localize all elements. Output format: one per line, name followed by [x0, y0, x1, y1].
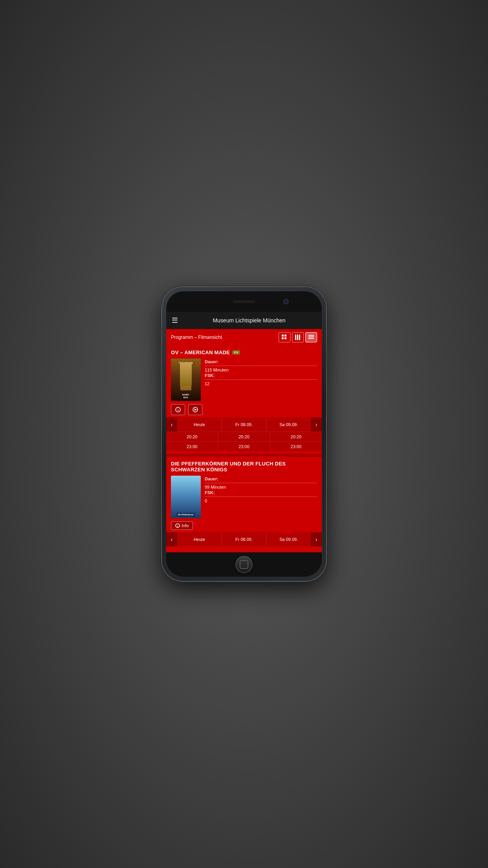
toolbar: Programm – Filmansicht	[166, 329, 322, 346]
movie-title: DIE PFEFFERKÖRNER UND DER FLUCH DES SCHW…	[171, 461, 317, 473]
list-view-button[interactable]	[305, 332, 317, 342]
app-title: Museum Lichtspiele München	[182, 317, 316, 324]
fsk-value: 12	[205, 381, 317, 386]
movie-actions: i Info	[171, 521, 317, 530]
schedule-day-2: Fr 08.09.	[222, 418, 266, 431]
schedule-prev-button[interactable]: ‹	[166, 417, 177, 432]
time-cell[interactable]: 23:00	[270, 441, 322, 451]
schedule-day-3: Sa 09.09.	[266, 418, 311, 431]
app-screen: ☰ Museum Lichtspiele München Programm – …	[166, 312, 322, 552]
menu-icon[interactable]: ☰	[172, 316, 178, 325]
schedule-header: ‹ Heute Fr 08.09. Sa 09.09. ›	[166, 417, 322, 432]
schedule-day-3: Sa 09.09.	[266, 533, 311, 546]
schedule-next-button[interactable]: ›	[311, 417, 322, 432]
svg-rect-1	[284, 335, 286, 337]
movie-poster: Die Pfefferkörner	[171, 476, 201, 518]
time-cell[interactable]: 20:20	[270, 432, 322, 441]
time-cell[interactable]: 23:00	[166, 441, 218, 451]
home-button[interactable]	[235, 556, 253, 573]
svg-rect-9	[308, 338, 314, 339]
info-button[interactable]: i Info	[171, 521, 193, 530]
duration-value: 115 Minuten	[205, 368, 317, 372]
schedule-table: ‹ Heute Fr 08.09. Sa 09.09. › 20:20 20:2…	[166, 417, 322, 451]
fsk-label: FSK:	[205, 373, 317, 378]
phone-device: ☰ Museum Lichtspiele München Programm – …	[161, 287, 327, 581]
schedule-header: ‹ Heute Fr 08.09. Sa 09.09. ›	[166, 532, 322, 546]
duration-label: Dauer:	[205, 359, 317, 364]
power-button[interactable]	[327, 346, 328, 369]
schedule-prev-button[interactable]: ‹	[166, 532, 177, 546]
info-button[interactable]: i	[171, 404, 185, 415]
schedule-days: Heute Fr 08.09. Sa 09.09.	[177, 418, 311, 431]
duration-value: 99 Minuten	[205, 485, 317, 489]
bottom-spacer	[166, 549, 322, 552]
duration-label: Dauer:	[205, 476, 317, 481]
schedule-day-2: Fr 08.09.	[222, 533, 266, 546]
time-cell[interactable]: 20:20	[166, 432, 218, 441]
time-cell[interactable]: 20:20	[218, 432, 270, 441]
svg-rect-3	[284, 337, 286, 339]
schedule-next-button[interactable]: ›	[311, 532, 322, 546]
schedule-days: Heute Fr 08.09. Sa 09.09.	[177, 533, 311, 546]
svg-text:i: i	[178, 408, 178, 412]
svg-rect-4	[295, 335, 296, 340]
divider	[205, 483, 317, 483]
schedule-times-row-2: 23:00 23:00 23:00	[166, 441, 322, 451]
column-view-button[interactable]	[292, 332, 304, 342]
schedule-day-1: Heute	[177, 533, 222, 546]
view-toggle-group	[279, 332, 317, 342]
svg-text:i: i	[177, 525, 178, 528]
movie-title-row: OV – AMERICAN MADE OV	[171, 349, 317, 355]
info-button-label: Info	[182, 523, 189, 528]
phone-bottom-bar	[166, 552, 322, 577]
phone-screen: ☰ Museum Lichtspiele München Programm – …	[166, 291, 322, 577]
svg-rect-6	[299, 335, 300, 340]
grid-view-button[interactable]	[279, 332, 290, 342]
home-button-inner	[240, 560, 248, 569]
time-cell[interactable]: 23:00	[218, 441, 270, 451]
speaker	[232, 300, 256, 303]
svg-rect-2	[282, 337, 284, 339]
movie-details: TOM CRUISE BARRYSEAL Dauer: 115 Minuten …	[171, 359, 317, 401]
movie-details: Die Pfefferkörner Dauer: 99 Minuten FSK:…	[171, 476, 317, 518]
svg-rect-7	[308, 335, 314, 336]
schedule-table-2: ‹ Heute Fr 08.09. Sa 09.09. ›	[166, 532, 322, 546]
volume-down-button[interactable]	[160, 361, 161, 377]
movie-poster: TOM CRUISE BARRYSEAL	[171, 359, 201, 401]
camera	[284, 299, 288, 304]
play-button[interactable]	[188, 404, 202, 415]
section-divider	[166, 454, 322, 457]
schedule-day-1: Heute	[177, 418, 222, 431]
svg-rect-5	[297, 335, 298, 340]
movie-info: Dauer: 99 Minuten FSK: 0	[205, 476, 317, 518]
movie-title: OV – AMERICAN MADE	[171, 349, 230, 355]
fsk-label: FSK:	[205, 490, 317, 495]
movie-item: DIE PFEFFERKÖRNER UND DER FLUCH DES SCHW…	[166, 457, 322, 530]
movie-info: Dauer: 115 Minuten FSK: 12	[205, 359, 317, 401]
movie-title-row: DIE PFEFFERKÖRNER UND DER FLUCH DES SCHW…	[171, 461, 317, 473]
divider	[205, 379, 317, 380]
schedule-times-row-1: 20:20 20:20 20:20	[166, 432, 322, 441]
svg-rect-8	[308, 337, 314, 337]
phone-top-bar	[166, 291, 322, 312]
divider	[205, 366, 317, 366]
movie-actions: i	[171, 404, 317, 415]
divider	[205, 497, 317, 497]
view-label: Programm – Filmansicht	[171, 335, 222, 340]
app-header: ☰ Museum Lichtspiele München	[166, 312, 322, 329]
volume-up-button[interactable]	[160, 342, 161, 357]
movie-list: OV – AMERICAN MADE OV TOM CRUISE BARRYSE…	[166, 346, 322, 552]
fsk-value: 0	[205, 498, 317, 503]
mute-button[interactable]	[160, 326, 161, 337]
ov-badge: OV	[232, 350, 240, 355]
movie-item: OV – AMERICAN MADE OV TOM CRUISE BARRYSE…	[166, 346, 322, 415]
svg-rect-0	[282, 335, 284, 337]
svg-marker-13	[194, 408, 197, 411]
